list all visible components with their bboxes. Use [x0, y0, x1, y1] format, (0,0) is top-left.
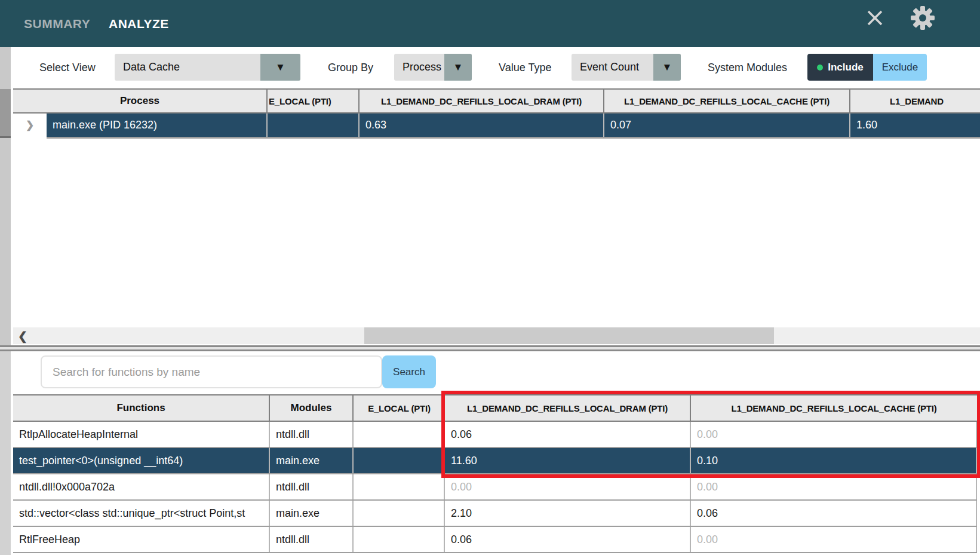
include-button[interactable]: Include: [807, 54, 873, 81]
value-type-value: Event Count: [572, 61, 653, 73]
function-name-cell: ntdll.dll!0x000a702a: [13, 474, 270, 499]
system-modules-label: System Modules: [708, 47, 787, 88]
process-table-header: Process E_LOCAL (PTI) L1_DEMAND_DC_REFIL…: [13, 88, 980, 114]
column-header-next[interactable]: L1_DEMAND: [850, 90, 980, 112]
chevron-right-icon: ❯: [26, 119, 34, 131]
process-next-cell: 1.60: [850, 114, 980, 137]
process-name-cell: main.exe (PID 16232): [47, 114, 268, 137]
search-input[interactable]: [41, 355, 382, 388]
module-cell: main.exe: [270, 448, 354, 473]
module-cell: ntdll.dll: [270, 422, 354, 447]
function-name-cell: RtlpAllocateHeapInternal: [13, 422, 270, 447]
function-row[interactable]: RtlpAllocateHeapInternal ntdll.dll 0.06 …: [13, 422, 977, 448]
close-icon[interactable]: [864, 7, 886, 31]
cache-cell: 0.00: [691, 422, 977, 447]
e-local-cell: [354, 501, 445, 526]
include-active-dot-icon: [817, 65, 823, 70]
dram-cell: 0.06: [445, 422, 691, 447]
include-label: Include: [828, 62, 864, 73]
select-view-value: Data Cache: [115, 61, 260, 73]
vertical-scrollbar-bottom-pane[interactable]: [0, 351, 11, 555]
pane-divider[interactable]: [0, 345, 980, 351]
process-cache-cell: 0.07: [604, 114, 850, 137]
app-header: SUMMARY ANALYZE: [0, 0, 980, 47]
select-view-dropdown[interactable]: Data Cache ▼: [115, 54, 300, 81]
process-row[interactable]: ❯ main.exe (PID 16232) 0.63 0.07 1.60: [13, 114, 980, 139]
dram-cell: 0.06: [445, 527, 691, 552]
cache-cell: 0.10: [691, 448, 977, 473]
functions-table: Functions Modules E_LOCAL (PTI) L1_DEMAN…: [13, 394, 977, 553]
analyze-screen: SUMMARY ANALYZE Select View: [0, 0, 980, 555]
function-row[interactable]: RtlFreeHeap ntdll.dll 0.06 0.00: [13, 527, 977, 553]
scrollbar-thumb[interactable]: [364, 327, 774, 344]
function-name-cell: RtlFreeHeap: [13, 527, 270, 552]
row-expander[interactable]: ❯: [13, 114, 47, 139]
dram-cell: 2.10: [445, 501, 691, 526]
scroll-left-arrow-icon[interactable]: ❮: [18, 327, 27, 344]
functions-table-header: Functions Modules E_LOCAL (PTI) L1_DEMAN…: [13, 394, 977, 422]
column-header-functions[interactable]: Functions: [13, 395, 270, 421]
value-type-label: Value Type: [499, 47, 551, 88]
column-header-dram[interactable]: L1_DEMAND_DC_REFILLS_LOCAL_DRAM (PTI): [445, 395, 691, 421]
module-cell: ntdll.dll: [270, 527, 354, 552]
e-local-cell: [354, 474, 445, 499]
cache-cell: 0.00: [691, 474, 977, 499]
process-table: Process E_LOCAL (PTI) L1_DEMAND_DC_REFIL…: [13, 88, 980, 139]
function-row-selected[interactable]: test_pointer<0>(unsigned __int64) main.e…: [13, 448, 977, 474]
exclude-button[interactable]: Exclude: [873, 54, 927, 81]
column-header-dram[interactable]: L1_DEMAND_DC_REFILLS_LOCAL_DRAM (PTI): [360, 90, 604, 112]
group-by-dropdown[interactable]: Process ▼: [394, 54, 472, 81]
value-type-dropdown[interactable]: Event Count ▼: [572, 54, 681, 81]
column-header-process[interactable]: Process: [13, 90, 268, 112]
column-header-modules[interactable]: Modules: [270, 395, 354, 421]
search-button[interactable]: Search: [382, 355, 436, 388]
group-by-label: Group By: [328, 47, 373, 88]
module-cell: ntdll.dll: [270, 474, 354, 499]
chevron-down-icon: ▼: [653, 54, 681, 81]
function-name-cell: test_pointer<0>(unsigned __int64): [13, 448, 270, 473]
exclude-label: Exclude: [882, 62, 918, 73]
process-dram-cell: 0.63: [360, 114, 604, 137]
cache-cell: 0.06: [691, 501, 977, 526]
function-row[interactable]: ntdll.dll!0x000a702a ntdll.dll 0.00 0.00: [13, 474, 977, 501]
settings-gear-icon[interactable]: [908, 4, 937, 35]
tab-summary[interactable]: SUMMARY: [24, 0, 90, 47]
tab-analyze[interactable]: ANALYZE: [109, 0, 169, 47]
process-e-local-cell: [268, 114, 360, 137]
chevron-down-icon: ▼: [444, 54, 472, 81]
column-header-cache[interactable]: L1_DEMAND_DC_REFILLS_LOCAL_CACHE (PTI): [604, 90, 850, 112]
select-view-label: Select View: [39, 47, 96, 88]
dram-cell: 11.60: [445, 448, 691, 473]
dram-cell: 0.00: [445, 474, 691, 499]
scrollbar-thumb[interactable]: [0, 89, 11, 138]
e-local-cell: [354, 422, 445, 447]
column-header-e-local[interactable]: E_LOCAL (PTI): [354, 395, 445, 421]
chevron-down-icon: ▼: [260, 54, 300, 81]
function-row[interactable]: std::vector<class std::unique_ptr<struct…: [13, 501, 977, 527]
view-toolbar: Select View Data Cache ▼ Group By Proces…: [0, 47, 980, 88]
vertical-scrollbar-top-pane[interactable]: [0, 47, 11, 345]
e-local-cell: [354, 448, 445, 473]
e-local-cell: [354, 527, 445, 552]
column-header-e-local[interactable]: E_LOCAL (PTI): [268, 90, 360, 112]
group-by-value: Process: [394, 61, 444, 73]
module-cell: main.exe: [270, 501, 354, 526]
horizontal-scrollbar[interactable]: ❮: [13, 327, 980, 344]
function-name-cell: std::vector<class std::unique_ptr<struct…: [13, 501, 270, 526]
cache-cell: 0.00: [691, 527, 977, 552]
column-header-cache[interactable]: L1_DEMAND_DC_REFILLS_LOCAL_CACHE (PTI): [691, 395, 977, 421]
system-modules-toggle: Include Exclude: [807, 54, 927, 81]
